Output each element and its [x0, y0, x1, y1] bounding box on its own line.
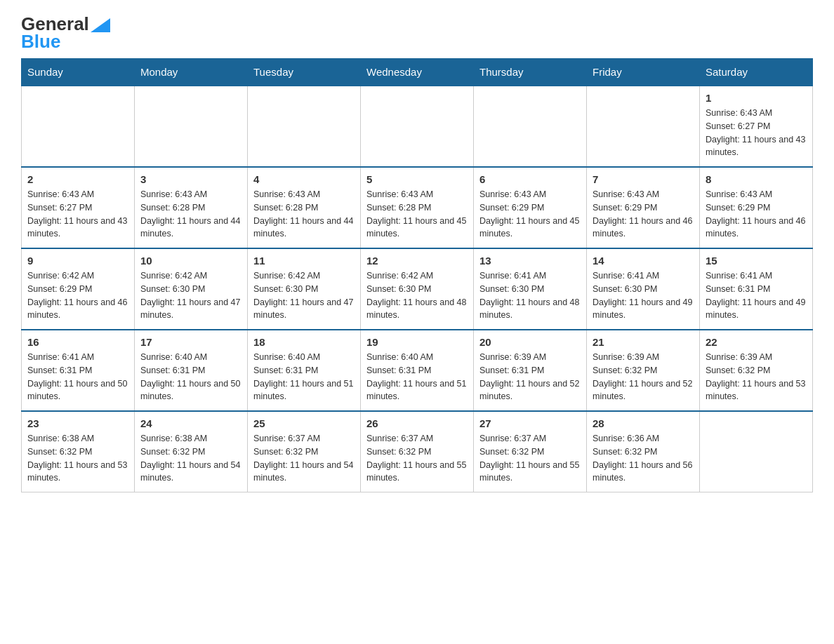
day-info: Sunrise: 6:41 AM Sunset: 6:30 PM Dayligh… — [479, 269, 581, 322]
calendar-cell: 18Sunrise: 6:40 AM Sunset: 6:31 PM Dayli… — [248, 330, 361, 411]
day-info: Sunrise: 6:38 AM Sunset: 6:32 PM Dayligh… — [27, 432, 128, 485]
calendar-cell — [248, 86, 361, 167]
day-number: 20 — [479, 336, 581, 348]
day-header-monday: Monday — [135, 59, 248, 86]
day-info: Sunrise: 6:39 AM Sunset: 6:32 PM Dayligh… — [593, 351, 694, 403]
day-header-friday: Friday — [587, 59, 700, 86]
svg-marker-0 — [91, 18, 110, 32]
day-info: Sunrise: 6:43 AM Sunset: 6:27 PM Dayligh… — [27, 188, 128, 241]
day-info: Sunrise: 6:43 AM Sunset: 6:28 PM Dayligh… — [140, 188, 241, 241]
calendar-cell: 6Sunrise: 6:43 AM Sunset: 6:29 PM Daylig… — [474, 167, 587, 248]
calendar-cell: 27Sunrise: 6:37 AM Sunset: 6:32 PM Dayli… — [474, 411, 587, 492]
day-number: 7 — [593, 173, 694, 185]
day-info: Sunrise: 6:43 AM Sunset: 6:29 PM Dayligh… — [593, 188, 694, 241]
calendar-cell: 26Sunrise: 6:37 AM Sunset: 6:32 PM Dayli… — [361, 411, 474, 492]
calendar-cell — [135, 86, 248, 167]
calendar-cell: 8Sunrise: 6:43 AM Sunset: 6:29 PM Daylig… — [700, 167, 813, 248]
day-number: 24 — [140, 417, 241, 429]
day-number: 16 — [27, 336, 128, 348]
calendar-cell: 10Sunrise: 6:42 AM Sunset: 6:30 PM Dayli… — [135, 248, 248, 330]
logo: General Blue — [21, 14, 110, 51]
day-info: Sunrise: 6:41 AM Sunset: 6:31 PM Dayligh… — [27, 351, 128, 403]
calendar-cell: 16Sunrise: 6:41 AM Sunset: 6:31 PM Dayli… — [22, 330, 135, 411]
calendar-cell: 21Sunrise: 6:39 AM Sunset: 6:32 PM Dayli… — [587, 330, 700, 411]
calendar-week-2: 2Sunrise: 6:43 AM Sunset: 6:27 PM Daylig… — [22, 167, 813, 248]
calendar-cell — [22, 86, 135, 167]
day-number: 22 — [706, 336, 807, 348]
day-number: 15 — [706, 255, 807, 267]
day-info: Sunrise: 6:40 AM Sunset: 6:31 PM Dayligh… — [366, 351, 468, 403]
day-number: 18 — [253, 336, 355, 348]
calendar-cell: 4Sunrise: 6:43 AM Sunset: 6:28 PM Daylig… — [248, 167, 361, 248]
day-number: 9 — [27, 255, 128, 267]
calendar-cell: 3Sunrise: 6:43 AM Sunset: 6:28 PM Daylig… — [135, 167, 248, 248]
calendar-cell — [474, 86, 587, 167]
day-info: Sunrise: 6:36 AM Sunset: 6:32 PM Dayligh… — [593, 432, 694, 485]
day-number: 8 — [706, 173, 807, 185]
day-info: Sunrise: 6:39 AM Sunset: 6:31 PM Dayligh… — [479, 351, 581, 403]
calendar-cell: 24Sunrise: 6:38 AM Sunset: 6:32 PM Dayli… — [135, 411, 248, 492]
calendar-cell: 23Sunrise: 6:38 AM Sunset: 6:32 PM Dayli… — [22, 411, 135, 492]
calendar-cell: 12Sunrise: 6:42 AM Sunset: 6:30 PM Dayli… — [361, 248, 474, 330]
day-info: Sunrise: 6:43 AM Sunset: 6:29 PM Dayligh… — [706, 188, 807, 241]
day-header-saturday: Saturday — [700, 59, 813, 86]
calendar-cell: 20Sunrise: 6:39 AM Sunset: 6:31 PM Dayli… — [474, 330, 587, 411]
day-header-tuesday: Tuesday — [248, 59, 361, 86]
day-number: 13 — [479, 255, 581, 267]
calendar-cell: 1Sunrise: 6:43 AM Sunset: 6:27 PM Daylig… — [700, 86, 813, 167]
calendar-cell: 2Sunrise: 6:43 AM Sunset: 6:27 PM Daylig… — [22, 167, 135, 248]
calendar-week-5: 23Sunrise: 6:38 AM Sunset: 6:32 PM Dayli… — [22, 411, 813, 492]
day-number: 3 — [140, 173, 241, 185]
day-number: 21 — [593, 336, 694, 348]
logo-text-blue: Blue — [21, 32, 60, 52]
calendar-week-1: 1Sunrise: 6:43 AM Sunset: 6:27 PM Daylig… — [22, 86, 813, 167]
calendar-cell — [587, 86, 700, 167]
calendar-cell: 14Sunrise: 6:41 AM Sunset: 6:30 PM Dayli… — [587, 248, 700, 330]
calendar-cell: 19Sunrise: 6:40 AM Sunset: 6:31 PM Dayli… — [361, 330, 474, 411]
day-number: 10 — [140, 255, 241, 267]
day-info: Sunrise: 6:41 AM Sunset: 6:30 PM Dayligh… — [593, 269, 694, 322]
day-number: 12 — [366, 255, 468, 267]
day-number: 14 — [593, 255, 694, 267]
calendar-cell: 25Sunrise: 6:37 AM Sunset: 6:32 PM Dayli… — [248, 411, 361, 492]
page-header: General Blue — [21, 14, 813, 51]
calendar-week-3: 9Sunrise: 6:42 AM Sunset: 6:29 PM Daylig… — [22, 248, 813, 330]
day-info: Sunrise: 6:37 AM Sunset: 6:32 PM Dayligh… — [479, 432, 581, 485]
calendar-cell: 15Sunrise: 6:41 AM Sunset: 6:31 PM Dayli… — [700, 248, 813, 330]
day-info: Sunrise: 6:40 AM Sunset: 6:31 PM Dayligh… — [140, 351, 241, 403]
day-number: 4 — [253, 173, 355, 185]
day-header-thursday: Thursday — [474, 59, 587, 86]
day-number: 6 — [479, 173, 581, 185]
calendar-cell — [700, 411, 813, 492]
day-header-wednesday: Wednesday — [361, 59, 474, 86]
logo-container: General Blue — [21, 14, 110, 51]
day-info: Sunrise: 6:43 AM Sunset: 6:28 PM Dayligh… — [253, 188, 355, 241]
day-info: Sunrise: 6:42 AM Sunset: 6:30 PM Dayligh… — [140, 269, 241, 322]
day-number: 11 — [253, 255, 355, 267]
day-info: Sunrise: 6:38 AM Sunset: 6:32 PM Dayligh… — [140, 432, 241, 485]
calendar-cell: 5Sunrise: 6:43 AM Sunset: 6:28 PM Daylig… — [361, 167, 474, 248]
day-number: 26 — [366, 417, 468, 429]
calendar-cell: 28Sunrise: 6:36 AM Sunset: 6:32 PM Dayli… — [587, 411, 700, 492]
calendar-cell — [361, 86, 474, 167]
day-info: Sunrise: 6:43 AM Sunset: 6:29 PM Dayligh… — [479, 188, 581, 241]
day-number: 23 — [27, 417, 128, 429]
calendar-table: SundayMondayTuesdayWednesdayThursdayFrid… — [21, 58, 813, 492]
day-number: 25 — [253, 417, 355, 429]
day-number: 27 — [479, 417, 581, 429]
day-info: Sunrise: 6:43 AM Sunset: 6:27 PM Dayligh… — [706, 107, 807, 159]
day-info: Sunrise: 6:42 AM Sunset: 6:30 PM Dayligh… — [366, 269, 468, 322]
day-number: 2 — [27, 173, 128, 185]
calendar-cell: 9Sunrise: 6:42 AM Sunset: 6:29 PM Daylig… — [22, 248, 135, 330]
day-info: Sunrise: 6:40 AM Sunset: 6:31 PM Dayligh… — [253, 351, 355, 403]
calendar-cell: 22Sunrise: 6:39 AM Sunset: 6:32 PM Dayli… — [700, 330, 813, 411]
day-info: Sunrise: 6:43 AM Sunset: 6:28 PM Dayligh… — [366, 188, 468, 241]
day-info: Sunrise: 6:42 AM Sunset: 6:29 PM Dayligh… — [27, 269, 128, 322]
day-info: Sunrise: 6:37 AM Sunset: 6:32 PM Dayligh… — [366, 432, 468, 485]
calendar-week-4: 16Sunrise: 6:41 AM Sunset: 6:31 PM Dayli… — [22, 330, 813, 411]
day-number: 28 — [593, 417, 694, 429]
calendar-cell: 13Sunrise: 6:41 AM Sunset: 6:30 PM Dayli… — [474, 248, 587, 330]
day-number: 1 — [706, 92, 807, 104]
day-number: 17 — [140, 336, 241, 348]
day-info: Sunrise: 6:42 AM Sunset: 6:30 PM Dayligh… — [253, 269, 355, 322]
